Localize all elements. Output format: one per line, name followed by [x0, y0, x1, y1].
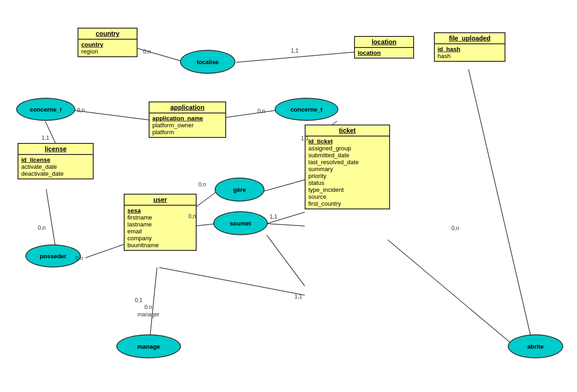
card-application-concerne-l: 0,n: [77, 107, 85, 113]
relation-localise: localise: [180, 50, 235, 74]
svg-line-17: [159, 267, 305, 295]
card-user-soumet: 0,n: [188, 213, 196, 220]
ticket-field-group: assigned_group: [308, 145, 386, 152]
entity-ticket-title: ticket: [306, 125, 389, 137]
entity-application: application application_name platform_ow…: [149, 101, 226, 138]
ticket-field-status: status: [308, 179, 386, 186]
relation-abrite: abrite: [508, 334, 563, 358]
card-concerne-t-ticket: 1,1: [301, 135, 309, 142]
entity-location-title: location: [355, 37, 413, 48]
relation-concerne-t: concerne_t: [275, 98, 338, 121]
svg-line-16: [267, 235, 305, 286]
ticket-field-summary: summary: [308, 166, 386, 172]
application-field-owner: platform_owner: [152, 122, 222, 129]
svg-line-7: [263, 180, 305, 191]
card-posseder-user: 0,n: [75, 255, 83, 261]
application-field-platform: platform: [152, 129, 222, 136]
relation-abrite-label: abrite: [527, 343, 543, 350]
entity-user-title: user: [125, 195, 196, 206]
country-field-country: country: [81, 41, 134, 48]
user-field-email: email: [127, 228, 193, 235]
entity-file-uploaded-body: id_hash hash: [435, 44, 505, 61]
ticket-field-source: source: [308, 193, 386, 200]
ticket-field-country: first_country: [308, 200, 386, 207]
user-field-lastname: lastname: [127, 221, 193, 228]
ticket-field-type: type_incident: [308, 186, 386, 193]
card-application-concerne-t: 0,n: [258, 108, 265, 114]
application-field-name: application_name: [152, 115, 222, 122]
entity-file-uploaded-title: file_uploaded: [435, 33, 505, 44]
file-uploaded-field-hash: hash: [438, 53, 502, 59]
relation-posseder: posseder: [25, 244, 81, 267]
card-country-localise: 0,n: [143, 48, 151, 55]
entity-application-body: application_name platform_owner platform: [150, 113, 225, 137]
relation-manage-label: manage: [137, 343, 160, 350]
svg-line-6: [195, 191, 217, 208]
location-field-location: location: [358, 49, 410, 56]
country-field-region: region: [81, 48, 134, 55]
card-license-posseder: 0,n: [38, 225, 46, 231]
ticket-field-resolved: last_resolved_date: [308, 159, 386, 166]
relation-concerne-t-label: concerne_t: [290, 106, 322, 113]
svg-line-14: [469, 69, 531, 337]
card-ticket-abrite: 0,n: [451, 225, 459, 232]
license-field-activate: activate_date: [21, 163, 90, 170]
relation-gere: gère: [215, 178, 264, 202]
relation-concerne-l-label: concerne_l: [30, 106, 62, 113]
ticket-field-submitted: submitted_date: [308, 152, 386, 159]
card-user-manage-top: 0,1: [135, 297, 143, 303]
card-manager-label: manager: [138, 311, 159, 318]
entity-user-body: sesa firstname lastname email company bu…: [125, 206, 196, 250]
user-field-company: company: [127, 235, 193, 242]
user-field-firstname: firstname: [127, 214, 193, 221]
user-field-sesa: sesa: [127, 207, 193, 214]
relation-localise-label: localise: [197, 59, 219, 65]
entity-license-body: id_license activate_date deactivate_date: [18, 155, 93, 178]
entity-file-uploaded: file_uploaded id_hash hash: [434, 32, 505, 62]
entity-country: country country region: [78, 28, 138, 57]
entity-country-title: country: [78, 29, 137, 40]
entity-location-body: location: [355, 48, 413, 58]
file-uploaded-field-idhash: id_hash: [438, 46, 502, 53]
card-localise-location: 1,1: [291, 48, 299, 54]
entity-application-title: application: [150, 102, 225, 113]
relation-soumet-label: soumet: [230, 220, 251, 227]
svg-line-11: [85, 244, 124, 258]
svg-line-10: [46, 189, 55, 247]
ticket-field-id: id_ticket: [308, 138, 386, 145]
entity-country-body: country region: [78, 40, 137, 56]
relation-posseder-label: posseder: [40, 253, 66, 260]
entity-location: location location: [354, 36, 414, 59]
entity-ticket: ticket id_ticket assigned_group submitte…: [305, 125, 390, 209]
license-field-deactivate: deactivate_date: [21, 170, 90, 177]
entity-license-title: license: [18, 144, 93, 155]
user-field-buunitname: buunitname: [127, 242, 193, 249]
entity-ticket-body: id_ticket assigned_group submitted_date …: [306, 137, 389, 208]
relation-concerne-l: concerne_l: [16, 98, 75, 121]
card-concerne-l-license: 1,1: [42, 135, 49, 141]
svg-line-12: [150, 267, 157, 337]
card-user-manage-bot: 0.n: [144, 304, 152, 310]
entity-user: user sesa firstname lastname email compa…: [124, 194, 197, 251]
entity-license: license id_license activate_date deactiv…: [18, 143, 94, 179]
card-soumet-ticket: 1,1: [270, 214, 277, 220]
card-user-gere: 0,n: [198, 181, 206, 188]
svg-line-13: [388, 240, 517, 348]
relation-manage: manage: [116, 334, 181, 358]
erd-diagram: country country region location location…: [0, 0, 577, 392]
relation-gere-label: gère: [233, 186, 246, 193]
card-user-ticket: 1,1: [295, 293, 302, 300]
license-field-id: id_license: [21, 156, 90, 163]
relation-soumet: soumet: [213, 211, 268, 235]
ticket-field-priority: priority: [308, 172, 386, 179]
svg-line-5: [332, 121, 337, 125]
svg-line-4: [225, 110, 277, 118]
svg-line-15: [267, 224, 305, 226]
